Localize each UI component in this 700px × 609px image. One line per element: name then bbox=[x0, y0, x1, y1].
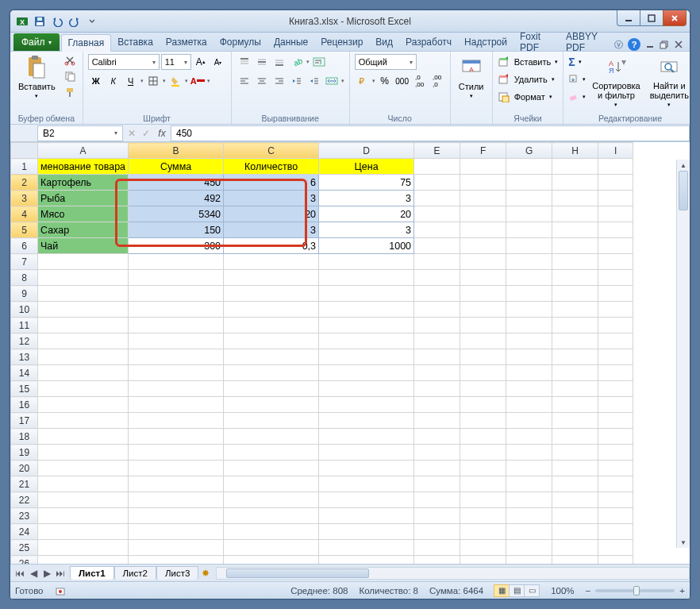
cell-D3[interactable]: 3 bbox=[319, 191, 414, 206]
cell-E19[interactable] bbox=[414, 445, 460, 461]
styles-button[interactable]: A Стили▾ bbox=[456, 53, 487, 101]
wrap-text-icon[interactable] bbox=[311, 54, 327, 70]
cell-C9[interactable] bbox=[224, 286, 319, 302]
cell-B3[interactable]: 492 bbox=[129, 191, 224, 206]
percent-icon[interactable]: % bbox=[377, 73, 393, 89]
cell-C15[interactable] bbox=[224, 381, 319, 397]
cell-F1[interactable] bbox=[460, 159, 506, 175]
cells-format-button[interactable]: Формат▾ bbox=[498, 88, 552, 106]
cell-C1[interactable]: Количество bbox=[224, 159, 319, 175]
cell-H22[interactable] bbox=[552, 492, 598, 508]
cell-G5[interactable] bbox=[506, 222, 552, 238]
horizontal-scrollbar[interactable] bbox=[216, 567, 690, 580]
fx-icon[interactable]: fx bbox=[153, 128, 171, 139]
cell-G1[interactable] bbox=[506, 159, 552, 175]
cell-B20[interactable] bbox=[129, 461, 224, 476]
cell-C17[interactable] bbox=[224, 413, 319, 429]
doc-close-icon[interactable] bbox=[674, 40, 683, 49]
cell-E1[interactable] bbox=[414, 159, 460, 175]
scrollbar-thumb[interactable] bbox=[679, 171, 688, 210]
cell-A1[interactable]: менование товара bbox=[38, 159, 129, 175]
row-header-20[interactable]: 20 bbox=[11, 461, 38, 476]
cell-H19[interactable] bbox=[552, 445, 598, 461]
cell-A23[interactable] bbox=[38, 508, 129, 524]
cell-B26[interactable] bbox=[129, 556, 224, 565]
row-header-2[interactable]: 2 bbox=[11, 175, 38, 191]
row-header-14[interactable]: 14 bbox=[11, 365, 38, 381]
cell-G6[interactable] bbox=[506, 238, 552, 254]
sort-filter-button[interactable]: АЯ Сортировка и фильтр▾ bbox=[589, 53, 643, 110]
cell-G21[interactable] bbox=[506, 476, 552, 492]
cell-H8[interactable] bbox=[552, 270, 598, 286]
cell-A22[interactable] bbox=[38, 492, 129, 508]
cell-C13[interactable] bbox=[224, 349, 319, 365]
cell-C12[interactable] bbox=[224, 333, 319, 349]
tab-data[interactable]: Данные bbox=[267, 33, 314, 51]
tab-view[interactable]: Вид bbox=[369, 33, 399, 51]
redo-icon[interactable] bbox=[67, 14, 82, 29]
underline-icon[interactable]: Ч bbox=[123, 73, 139, 89]
cell-B4[interactable]: 5340 bbox=[129, 206, 224, 222]
cell-B18[interactable] bbox=[129, 429, 224, 445]
cell-H23[interactable] bbox=[552, 508, 598, 524]
cell-E2[interactable] bbox=[414, 175, 460, 191]
font-size-combo[interactable]: 11▾ bbox=[161, 54, 191, 70]
tab-addins[interactable]: Надстрой bbox=[458, 33, 513, 51]
cell-H3[interactable] bbox=[552, 191, 598, 206]
cell-G26[interactable] bbox=[506, 556, 552, 565]
cell-C11[interactable] bbox=[224, 318, 319, 333]
cell-C4[interactable]: 20 bbox=[224, 206, 319, 222]
cell-C10[interactable] bbox=[224, 302, 319, 318]
cell-I13[interactable] bbox=[598, 349, 633, 365]
cell-B7[interactable] bbox=[129, 254, 224, 270]
cell-G18[interactable] bbox=[506, 429, 552, 445]
cell-D6[interactable]: 1000 bbox=[319, 238, 414, 254]
row-header-19[interactable]: 19 bbox=[11, 445, 38, 461]
formula-input[interactable]: 450 bbox=[171, 125, 690, 141]
inc-decimal-icon[interactable]: ,0,00 bbox=[412, 73, 428, 89]
cell-B19[interactable] bbox=[129, 445, 224, 461]
cell-G15[interactable] bbox=[506, 381, 552, 397]
format-painter-icon[interactable] bbox=[62, 85, 78, 99]
minimize-button[interactable] bbox=[617, 10, 640, 26]
copy-icon[interactable] bbox=[62, 69, 78, 83]
col-header-H[interactable]: H bbox=[552, 143, 598, 159]
cell-B11[interactable] bbox=[129, 318, 224, 333]
cell-F8[interactable] bbox=[460, 270, 506, 286]
cell-F22[interactable] bbox=[460, 492, 506, 508]
cell-G11[interactable] bbox=[506, 318, 552, 333]
cell-F13[interactable] bbox=[460, 349, 506, 365]
paste-button[interactable]: Вставить ▾ bbox=[15, 53, 59, 101]
cell-D9[interactable] bbox=[319, 286, 414, 302]
doc-restore-icon[interactable] bbox=[660, 40, 669, 49]
doc-minimize-icon[interactable] bbox=[645, 40, 655, 49]
row-header-4[interactable]: 4 bbox=[11, 206, 38, 222]
cell-H15[interactable] bbox=[552, 381, 598, 397]
cell-H17[interactable] bbox=[552, 413, 598, 429]
cell-E14[interactable] bbox=[414, 365, 460, 381]
fill-button[interactable]: ▾ bbox=[568, 71, 586, 88]
cell-C14[interactable] bbox=[224, 365, 319, 381]
row-header-3[interactable]: 3 bbox=[11, 191, 38, 206]
undo-icon[interactable] bbox=[50, 14, 64, 29]
cell-A4[interactable]: Мясо bbox=[38, 206, 129, 222]
cell-G17[interactable] bbox=[506, 413, 552, 429]
cell-D18[interactable] bbox=[319, 429, 414, 445]
cell-G25[interactable] bbox=[506, 540, 552, 556]
cell-B14[interactable] bbox=[129, 365, 224, 381]
cell-G3[interactable] bbox=[506, 191, 552, 206]
cell-E22[interactable] bbox=[414, 492, 460, 508]
tab-review[interactable]: Рецензир bbox=[314, 33, 369, 51]
cell-C24[interactable] bbox=[224, 524, 319, 540]
row-header-18[interactable]: 18 bbox=[11, 429, 38, 445]
cell-C25[interactable] bbox=[224, 540, 319, 556]
cell-I18[interactable] bbox=[598, 429, 633, 445]
cell-C7[interactable] bbox=[224, 254, 319, 270]
cell-C3[interactable]: 3 bbox=[224, 191, 319, 206]
cell-A8[interactable] bbox=[38, 270, 129, 286]
cell-E26[interactable] bbox=[414, 556, 460, 565]
zoom-out-icon[interactable]: − bbox=[586, 586, 591, 596]
cell-F17[interactable] bbox=[460, 413, 506, 429]
tab-formulas[interactable]: Формулы bbox=[213, 33, 267, 51]
cell-I22[interactable] bbox=[598, 492, 633, 508]
